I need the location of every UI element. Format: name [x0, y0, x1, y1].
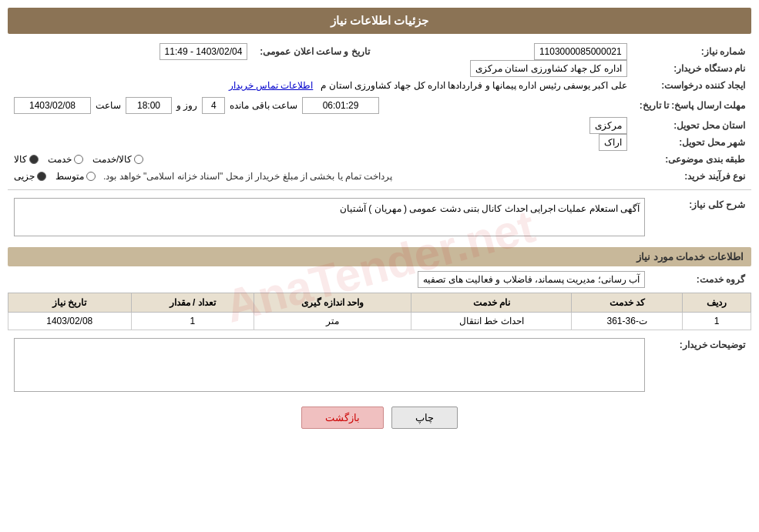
service-group-label: گروه خدمت:	[651, 271, 751, 288]
services-data-table: ردیف کد خدمت نام خدمت واحد اندازه گیری ت…	[8, 293, 751, 330]
purchase-type-note: پرداخت تمام یا بخشی از مبلغ خریدار از مح…	[103, 171, 392, 182]
need-number-label: شماره نیاز:	[633, 43, 751, 60]
cell-row-num: 1	[683, 313, 751, 330]
buyer-notes-table: توضیحات خریدار:	[8, 335, 751, 397]
category-option-khedmat-label: خدمت	[48, 154, 72, 165]
province-label: استان محل تحویل:	[633, 117, 751, 134]
col-row-num: ردیف	[683, 293, 751, 313]
col-unit: واحد اندازه گیری	[254, 293, 411, 313]
row-deadline: مهلت ارسال پاسخ: تا تاریخ: 06:01:29 ساعت…	[8, 94, 751, 117]
cell-date: 1403/02/08	[8, 313, 132, 330]
deadline-label: مهلت ارسال پاسخ: تا تاریخ:	[633, 94, 751, 117]
buyer-org-label: نام دستگاه خریدار:	[633, 60, 751, 77]
table-row: 1 ت-36-361 احداث خط انتقال متر 1 1403/02…	[8, 313, 751, 330]
row-province: استان محل تحویل: مرکزی	[8, 117, 751, 134]
bottom-buttons: چاپ بازگشت	[8, 407, 751, 429]
description-value: آگهی استعلام عملیات اجرایی احداث کانال ب…	[340, 203, 640, 214]
category-option-kala-label: کالا	[14, 154, 27, 165]
col-date: تاریخ نیاز	[8, 293, 132, 313]
category-label: طبقه بندی موضوعی:	[633, 151, 751, 168]
purchase-type-minor: جزیی	[14, 171, 46, 182]
row-creator: ایجاد کننده درخواست: علی اکبر یوسفی رئیس…	[8, 77, 751, 94]
services-table-head: ردیف کد خدمت نام خدمت واحد اندازه گیری ت…	[8, 293, 751, 313]
divider-1	[8, 189, 751, 190]
purchase-type-radio-medium[interactable]	[86, 172, 96, 181]
row-city: شهر محل تحویل: اراک	[8, 134, 751, 151]
services-table-header-row: ردیف کد خدمت نام خدمت واحد اندازه گیری ت…	[8, 293, 751, 313]
print-button[interactable]: چاپ	[391, 407, 458, 429]
deadline-remaining: 06:01:29	[302, 97, 379, 114]
category-option-kala-khedmat: کالا/خدمت	[92, 154, 143, 165]
row-category: طبقه بندی موضوعی: کالا/خدمت خدمت کالا	[8, 151, 751, 168]
deadline-days-label: روز و	[176, 100, 197, 111]
deadline-date: 1403/02/08	[14, 97, 91, 114]
announce-datetime-label: تاریخ و ساعت اعلان عمومی:	[254, 43, 375, 60]
main-info-table: شماره نیاز: 1103000085000021 تاریخ و ساع…	[8, 43, 751, 185]
creator-contact-link[interactable]: اطلاعات تماس خریدار	[229, 80, 314, 91]
category-option-kala-khedmat-label: کالا/خدمت	[92, 154, 132, 165]
page-wrapper: AnaTender.net جزئیات اطلاعات نیاز شماره …	[0, 0, 759, 532]
row-need-number: شماره نیاز: 1103000085000021 تاریخ و ساع…	[8, 43, 751, 60]
description-label: شرح کلی نیاز:	[651, 195, 751, 239]
need-number-value: 1103000085000021	[534, 43, 627, 60]
row-service-group: گروه خدمت: آب رسانی؛ مدیریت پسماند، فاضل…	[8, 271, 751, 288]
cell-quantity: 1	[131, 313, 254, 330]
row-purchase-type: نوع فرآیند خرید: پرداخت تمام یا بخشی از …	[8, 168, 751, 185]
service-group-value: آب رسانی؛ مدیریت پسماند، فاضلاب و فعالیت…	[418, 271, 645, 288]
col-quantity: تعداد / مقدار	[131, 293, 254, 313]
description-table: شرح کلی نیاز: آگهی استعلام عملیات اجرایی…	[8, 195, 751, 239]
row-buyer-notes: توضیحات خریدار:	[8, 335, 751, 397]
category-radio-kala[interactable]	[29, 155, 39, 164]
cell-unit: متر	[254, 313, 411, 330]
buyer-notes-textarea[interactable]	[14, 338, 645, 392]
city-value: اراک	[599, 134, 627, 151]
purchase-type-label: نوع فرآیند خرید:	[633, 168, 751, 185]
deadline-time: 18:00	[126, 97, 172, 114]
announce-datetime-value: 1403/02/04 - 11:49	[160, 43, 248, 60]
buyer-org-value: اداره کل جهاد کشاورزی استان مرکزی	[470, 60, 627, 77]
purchase-type-medium-label: متوسط	[55, 171, 84, 182]
creator-label: ایجاد کننده درخواست:	[633, 77, 751, 94]
back-button[interactable]: بازگشت	[301, 407, 384, 429]
purchase-type-medium: متوسط	[55, 171, 96, 182]
province-value: مرکزی	[589, 117, 627, 134]
deadline-remaining-label: ساعت باقی مانده	[230, 100, 297, 111]
deadline-time-label: ساعت	[96, 100, 121, 111]
cell-service-name: احداث خط انتقال	[411, 313, 572, 330]
page-header: جزئیات اطلاعات نیاز	[8, 8, 751, 34]
category-option-khedmat: خدمت	[48, 154, 83, 165]
buyer-notes-label: توضیحات خریدار:	[651, 335, 751, 397]
purchase-type-radio-minor[interactable]	[37, 172, 46, 181]
category-radio-khedmat[interactable]	[74, 155, 83, 164]
page-title: جزئیات اطلاعات نیاز	[331, 14, 428, 27]
col-service-code: کد خدمت	[572, 293, 683, 313]
purchase-type-minor-label: جزیی	[14, 171, 35, 182]
col-service-name: نام خدمت	[411, 293, 572, 313]
row-buyer-org: نام دستگاه خریدار: اداره کل جهاد کشاورزی…	[8, 60, 751, 77]
creator-value: علی اکبر یوسفی رئیس اداره پیمانها و فرار…	[321, 80, 626, 91]
city-label: شهر محل تحویل:	[633, 134, 751, 151]
services-table-body: 1 ت-36-361 احداث خط انتقال متر 1 1403/02…	[8, 313, 751, 330]
category-radio-kala-khedmat[interactable]	[134, 155, 143, 164]
service-group-table: گروه خدمت: آب رسانی؛ مدیریت پسماند، فاضل…	[8, 271, 751, 288]
services-section-title: اطلاعات خدمات مورد نیاز	[8, 247, 751, 266]
category-option-kala: کالا	[14, 154, 39, 165]
cell-service-code: ت-36-361	[572, 313, 683, 330]
deadline-days: 4	[202, 97, 225, 114]
row-description: شرح کلی نیاز: آگهی استعلام عملیات اجرایی…	[8, 195, 751, 239]
